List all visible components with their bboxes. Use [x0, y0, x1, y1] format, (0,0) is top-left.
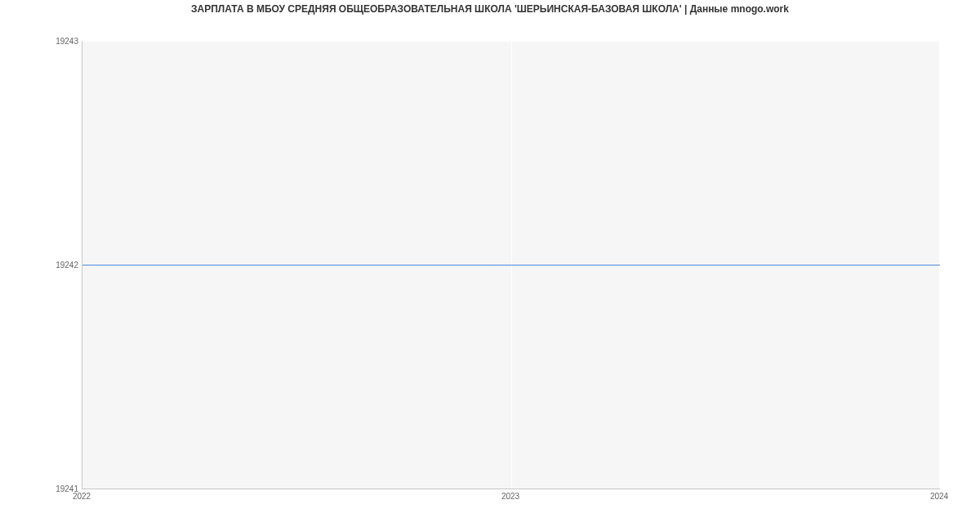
- y-tick-19243: 19243: [56, 37, 78, 46]
- salary-chart: ЗАРПЛАТА В МБОУ СРЕДНЯЯ ОБЩЕОБРАЗОВАТЕЛЬ…: [0, 0, 980, 531]
- plot-area: [82, 41, 940, 489]
- data-line-series-0: [82, 265, 940, 266]
- x-tick-2024: 2024: [930, 492, 948, 501]
- chart-title: ЗАРПЛАТА В МБОУ СРЕДНЯЯ ОБЩЕОБРАЗОВАТЕЛЬ…: [0, 3, 980, 15]
- x-tick-2023: 2023: [501, 492, 519, 501]
- y-tick-19242: 19242: [56, 261, 78, 270]
- x-tick-2022: 2022: [73, 492, 91, 501]
